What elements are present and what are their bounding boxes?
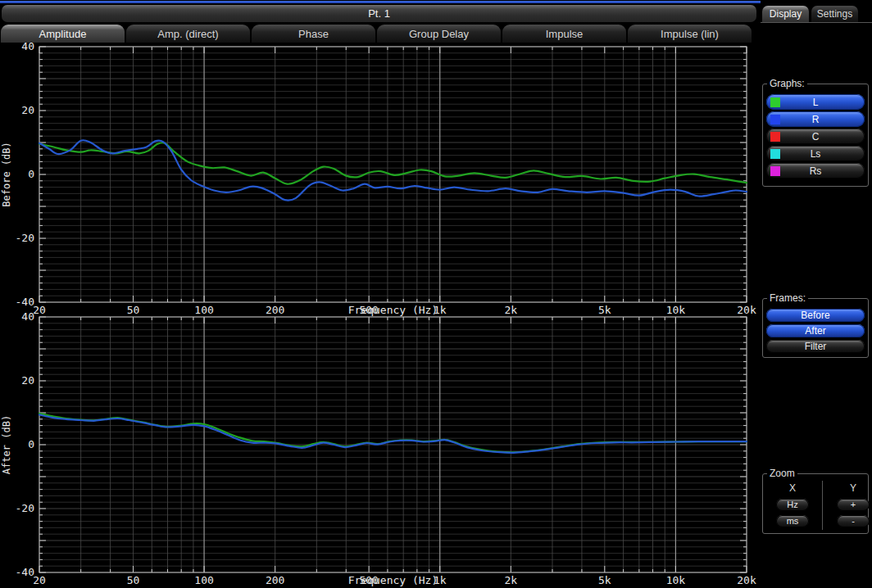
zoom-column-divider (822, 481, 823, 530)
x-tick-label: 2k (505, 574, 518, 586)
zoom-x-axis-label: X (776, 482, 809, 494)
x-tick-label: 20k (737, 574, 756, 586)
zoom-x-ms-button[interactable]: ms (776, 515, 809, 527)
zoom-groupbox: Zoom X Y Hzms+- (762, 473, 869, 534)
frame-button-filter[interactable]: Filter (766, 340, 865, 353)
channel-button-label: R (812, 114, 820, 125)
frame-button-after[interactable]: After (766, 324, 865, 337)
channel-color-swatch-l (770, 97, 780, 107)
channel-button-label: L (813, 97, 819, 108)
y-tick-label: 40 (21, 310, 34, 323)
channel-color-swatch-ls (770, 149, 780, 159)
frames-groupbox: Frames: BeforeAfterFilter (762, 298, 869, 358)
x-tick-label: 200 (266, 574, 284, 586)
graphs-groupbox: Graphs: LRCLsRs (762, 84, 869, 187)
y-tick-label: -20 (16, 502, 34, 514)
x-tick-label: 5k (598, 574, 611, 586)
frame-button-before[interactable]: Before (766, 309, 865, 322)
y-tick-label: -40 (16, 566, 34, 578)
curve-R (39, 414, 747, 452)
x-tick-label: 100 (194, 574, 213, 586)
x-tick-label: 10k (666, 574, 686, 586)
app-window: Pt. 1 AmplitudeAmp. (direct)PhaseGroup D… (0, 0, 872, 588)
zoom-y-minus-button[interactable]: - (837, 515, 870, 527)
channel-button-label: C (812, 131, 820, 142)
frames-button-list: BeforeAfterFilter (763, 309, 868, 353)
graphs-group-label: Graphs: (767, 78, 807, 89)
channel-color-swatch-r (770, 115, 780, 124)
channel-color-swatch-c (770, 132, 780, 142)
channel-color-swatch-rs (770, 166, 780, 176)
zoom-y-plus-button[interactable]: + (837, 499, 870, 511)
x-tick-label: 20 (33, 574, 46, 586)
graph-channel-button-c[interactable]: C (766, 129, 865, 144)
after-amplitude-plot[interactable]: 40200-20-4020501002005001k2k5k10k20kFreq… (0, 0, 761, 588)
x-tick-label: 50 (127, 574, 140, 586)
sidebar-tab-display[interactable]: Display (762, 6, 809, 22)
y-tick-label: 0 (28, 438, 34, 450)
graph-channel-button-l[interactable]: L (766, 94, 865, 110)
channel-button-label: Ls (811, 148, 821, 160)
channel-button-label: Rs (810, 165, 822, 177)
zoom-x-hz-button[interactable]: Hz (776, 499, 809, 511)
sidebar-tab-settings[interactable]: Settings (811, 6, 858, 22)
zoom-y-axis-label: Y (837, 482, 870, 494)
graphs-button-list: LRCLsRs (763, 94, 868, 179)
y-tick-label: 20 (21, 374, 34, 387)
x-axis-title: Frequency (Hz) (348, 574, 438, 586)
graph-channel-button-rs[interactable]: Rs (766, 163, 865, 179)
y-axis-title: After (dB) (1, 415, 12, 474)
graph-channel-button-r[interactable]: R (766, 111, 865, 127)
sidebar-tab-bar: DisplaySettings (762, 6, 858, 22)
zoom-group-label: Zoom (767, 468, 797, 479)
frames-group-label: Frames: (767, 292, 808, 304)
sidebar-tab-divider (761, 22, 872, 23)
graph-channel-button-ls[interactable]: Ls (766, 146, 865, 161)
sidebar: DisplaySettings Graphs: LRCLsRs Frames: … (761, 0, 872, 588)
